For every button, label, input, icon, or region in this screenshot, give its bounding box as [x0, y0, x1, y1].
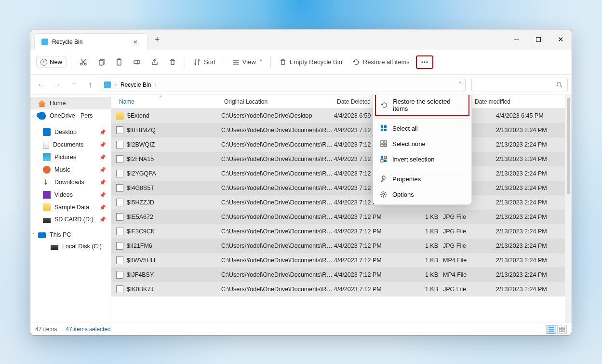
column-header-modified[interactable]: Date modified [472, 98, 535, 105]
sidebar-item-documents[interactable]: Documents📌 [30, 138, 111, 151]
menu-properties[interactable]: Properties [373, 171, 471, 187]
table-row[interactable]: $I0T8MZQ C:\Users\Yodel\OneDrive\Documen… [111, 123, 565, 137]
file-list[interactable]: $Extend C:\Users\Yodel\OneDrive\Desktop … [111, 108, 565, 323]
recent-locations-button[interactable]: ˅ [67, 78, 80, 92]
sidebar-item-home[interactable]: Home [30, 97, 111, 109]
minimize-button[interactable] [505, 30, 527, 49]
new-tab-button[interactable]: + [147, 35, 167, 45]
window-tab[interactable]: Recycle Bin × [34, 33, 147, 50]
recycle-bin-icon [41, 39, 48, 45]
back-button[interactable]: ← [34, 78, 48, 92]
table-row[interactable]: $I2BWQIZ C:\Users\Yodel\OneDrive\Documen… [111, 137, 565, 152]
rename-button[interactable] [129, 55, 145, 69]
table-row[interactable]: $I2FNA15 C:\Users\Yodel\OneDrive\Documen… [111, 152, 565, 166]
file-icon [116, 184, 123, 192]
status-selected-count: 47 items selected [66, 326, 110, 333]
chevron-down-icon[interactable]: ˅ [459, 82, 461, 87]
sidebar-item-this-pc[interactable]: ˅ This PC [30, 229, 111, 241]
chevron-right-icon[interactable]: › [32, 113, 34, 118]
close-tab-icon[interactable]: × [131, 38, 140, 46]
clipboard-icon [115, 58, 123, 66]
svg-rect-25 [559, 330, 562, 332]
svg-rect-2 [99, 60, 103, 65]
maximize-button[interactable] [527, 30, 549, 49]
breadcrumb-root[interactable]: Recycle Bin [120, 81, 151, 88]
cloud-icon [38, 112, 46, 120]
see-more-button[interactable] [416, 55, 433, 69]
nav-bar: ← → ˅ ↑ › Recycle Bin › ˅ [30, 75, 572, 95]
view-button[interactable]: View [228, 55, 266, 69]
sidebar-item-downloads[interactable]: ⭣Downloads📌 [30, 176, 111, 189]
file-icon [116, 199, 123, 206]
table-row[interactable]: $IK0BK7J C:\Users\Yodel\OneDrive\Documen… [111, 282, 565, 297]
sidebar-item-desktop[interactable]: Desktop📌 [30, 126, 111, 138]
file-icon [116, 141, 123, 148]
svg-point-1 [84, 63, 86, 65]
svg-rect-11 [384, 125, 387, 128]
content-area: ^ Name Original Location Date Deleted Si… [111, 95, 565, 323]
copy-button[interactable] [94, 55, 109, 69]
search-box[interactable] [471, 78, 568, 92]
paste-button[interactable] [111, 55, 127, 69]
pc-icon [38, 232, 46, 238]
sidebar-item-pictures[interactable]: Pictures📌 [30, 151, 111, 163]
pin-icon: 📌 [99, 204, 106, 211]
menu-restore-selected[interactable]: Restore the selected items [375, 95, 469, 116]
svg-rect-26 [562, 330, 565, 332]
close-window-button[interactable]: ✕ [549, 30, 572, 49]
table-row[interactable]: $IE5A672 C:\Users\Yodel\OneDrive\Documen… [111, 210, 565, 224]
trash-icon [169, 58, 176, 66]
new-button[interactable]: + New [36, 56, 67, 68]
svg-point-6 [422, 62, 423, 63]
up-button[interactable]: ↑ [83, 78, 97, 92]
chevron-down-icon[interactable]: ˅ [32, 232, 35, 237]
table-row[interactable]: $II21FM6 C:\Users\Yodel\OneDrive\Documen… [111, 239, 565, 253]
column-header-location[interactable]: Original Location [221, 98, 334, 105]
table-row[interactable]: $IIWV5HH C:\Users\Yodel\OneDrive\Documen… [111, 253, 565, 268]
scrollbar-thumb[interactable] [567, 98, 570, 194]
large-icons-view-button[interactable] [557, 325, 567, 334]
share-button[interactable] [147, 55, 162, 69]
sidebar-item-onedrive[interactable]: › OneDrive - Pers [30, 109, 111, 122]
sidebar-item-music[interactable]: Music📌 [30, 163, 111, 176]
svg-rect-18 [381, 156, 383, 159]
grid-icon [559, 327, 565, 332]
restore-all-button[interactable]: Restore all items [348, 55, 414, 69]
table-row[interactable]: $I5HZZJD C:\Users\Yodel\OneDrive\Documen… [111, 195, 565, 210]
details-view-button[interactable] [547, 325, 556, 334]
download-icon: ⭣ [43, 178, 51, 186]
pin-icon: 📌 [99, 142, 106, 148]
sidebar-item-sd-card-d-[interactable]: SD CARD (D:)📌 [30, 214, 111, 225]
menu-select-none[interactable]: Select none [373, 136, 471, 151]
cut-button[interactable] [76, 55, 91, 69]
empty-recycle-bin-button[interactable]: Empty Recycle Bin [275, 55, 346, 69]
sidebar-item-videos[interactable]: Videos📌 [30, 189, 111, 201]
svg-point-9 [557, 82, 561, 86]
table-row[interactable]: $I2YGQPA C:\Users\Yodel\OneDrive\Documen… [111, 166, 565, 181]
address-bar[interactable]: › Recycle Bin › ˅ [100, 78, 466, 92]
table-row[interactable]: $I4G8S5T C:\Users\Yodel\OneDrive\Documen… [111, 181, 565, 195]
toolbar: + New Sort View Empty Recycle Bin Restor… [30, 50, 572, 75]
table-row[interactable]: $IF3C9CK C:\Users\Yodel\OneDrive\Documen… [111, 224, 565, 239]
svg-rect-16 [381, 144, 383, 147]
forward-button[interactable]: → [51, 78, 64, 92]
pin-icon: 📌 [99, 216, 106, 223]
svg-rect-20 [381, 160, 383, 162]
menu-select-all[interactable]: Select all [373, 121, 471, 136]
sidebar-item-local-disk[interactable]: Local Disk (C:) [30, 241, 111, 252]
vertical-scrollbar[interactable] [565, 95, 572, 323]
sidebar-item-sample-data[interactable]: Sample Data📌 [30, 201, 111, 214]
pin-icon: 📌 [99, 129, 106, 135]
svg-rect-24 [562, 327, 565, 329]
table-row[interactable]: $Extend C:\Users\Yodel\OneDrive\Desktop … [111, 108, 565, 123]
menu-invert-selection[interactable]: Invert selection [373, 151, 471, 167]
svg-rect-10 [381, 125, 383, 128]
column-header-name[interactable]: Name [116, 98, 221, 105]
drive-icon [43, 218, 51, 223]
table-row[interactable]: $IJF4BSY C:\Users\Yodel\OneDrive\Documen… [111, 268, 565, 282]
pin-icon: 📌 [99, 179, 106, 186]
more-icon [421, 58, 428, 66]
sort-button[interactable]: Sort [189, 55, 226, 69]
delete-button[interactable] [165, 55, 180, 69]
menu-options[interactable]: Options [373, 187, 471, 202]
